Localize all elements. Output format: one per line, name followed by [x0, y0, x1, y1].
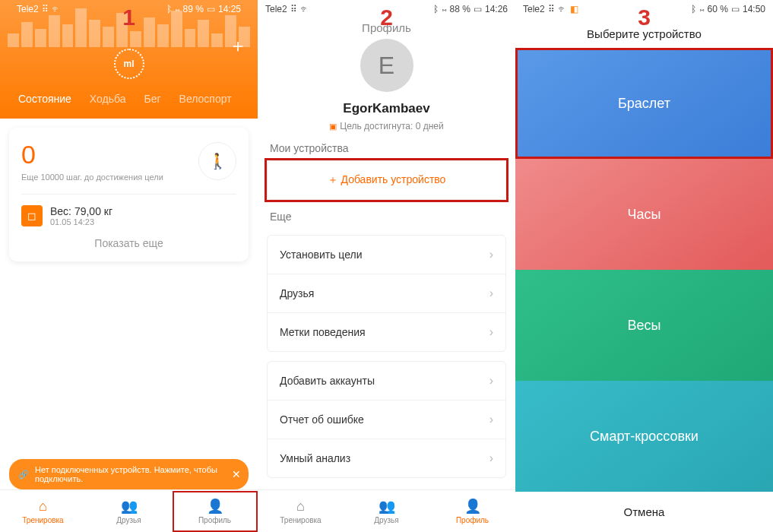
screen-1: 1 Tele2 ⠿ ᯤ ᛒ ⋈ 89 % ▭ 14:25 ＋ ml Состоя…	[0, 0, 258, 532]
device-tiles: Браслет Часы Весы Смарт-кроссовки	[515, 48, 773, 492]
more-label: Еще	[258, 200, 515, 229]
steps-subtext: Еще 10000 шаг. до достижения цели	[21, 173, 163, 182]
profile-icon: 👤	[464, 498, 481, 515]
goal-icon: ▣	[329, 122, 337, 131]
steps-card: 0 Еще 10000 шаг. до достижения цели 🚶 ◻ …	[9, 128, 249, 261]
screen-3: 3 Tele2 ⠿ ᯤ ◧ ᛒ ⋈ 60 % ▭ 14:50 Выберите …	[515, 0, 773, 532]
battery-icon: ▭	[474, 4, 482, 14]
wifi-icon: ᯤ	[300, 4, 309, 14]
home-icon: ⌂	[39, 499, 47, 515]
close-icon[interactable]: ✕	[232, 468, 241, 480]
add-device-label: ＋ Добавить устройство	[328, 173, 446, 185]
show-more-button[interactable]: Показать еще	[21, 237, 236, 249]
tab-cycling[interactable]: Велоспорт	[170, 88, 241, 109]
item-label: Умный анализ	[280, 452, 350, 464]
item-behavior-tags[interactable]: Метки поведения›	[268, 313, 505, 351]
item-add-accounts[interactable]: Добавить аккаунты›	[268, 362, 505, 401]
connect-banner[interactable]: 🔗 Нет подключенных устройств. Нажмите, ч…	[9, 459, 249, 489]
battery-pct: 88 %	[450, 4, 470, 14]
nfc-icon: ᛒ ⋈	[433, 4, 446, 14]
tile-label: Браслет	[618, 96, 670, 112]
card-icon: ◧	[570, 4, 578, 14]
tile-scale[interactable]: Весы	[515, 270, 773, 381]
item-label: Друзья	[280, 287, 314, 299]
item-friends[interactable]: Друзья›	[268, 274, 505, 313]
scale-icon: ◻	[21, 205, 43, 226]
nav-training[interactable]: ⌂ Тренировка	[0, 490, 86, 532]
goal-label: Цель достигнута: 0 дней	[340, 121, 443, 131]
clock: 14:26	[485, 4, 508, 14]
tab-running[interactable]: Бег	[135, 88, 169, 109]
nav-label: Тренировка	[280, 516, 321, 524]
tile-watch[interactable]: Часы	[515, 159, 773, 270]
step-number-3: 3	[638, 5, 651, 30]
signal-icon: ⠿	[548, 4, 555, 14]
friends-icon: 👥	[121, 498, 138, 515]
item-label: Отчет об ошибке	[280, 413, 364, 426]
username: EgorKambaev	[258, 101, 515, 116]
clock: 14:50	[743, 4, 765, 14]
chevron-right-icon: ›	[489, 413, 493, 426]
bottom-nav: ⌂ Тренировка 👥 Друзья 👤 Профиль	[0, 489, 258, 532]
tab-walking[interactable]: Ходьба	[81, 88, 135, 109]
weight-label: Вес: 79,00 кг	[50, 205, 112, 217]
tab-status[interactable]: Состояние	[9, 88, 81, 109]
item-label: Установить цели	[280, 249, 363, 261]
chevron-right-icon: ›	[489, 287, 493, 300]
chevron-right-icon: ›	[489, 325, 493, 339]
nav-profile[interactable]: 👤 Профиль	[429, 490, 515, 532]
step-number-1: 1	[122, 5, 135, 30]
nav-label: Друзья	[116, 516, 141, 524]
nfc-icon: ᛒ ⋈	[691, 4, 704, 14]
carrier: Tele2	[265, 4, 287, 14]
cancel-button[interactable]: Отмена	[515, 492, 773, 532]
carrier: Tele2	[523, 4, 545, 14]
item-label: Метки поведения	[280, 326, 366, 338]
my-devices-label: Мои устройства	[258, 131, 515, 160]
battery-pct: 60 %	[708, 4, 728, 14]
link-icon: 🔗	[18, 470, 29, 480]
chevron-right-icon: ›	[489, 374, 493, 388]
more-list-1: Установить цели› Друзья› Метки поведения…	[267, 235, 506, 352]
chevron-right-icon: ›	[489, 451, 493, 465]
weight-row[interactable]: ◻ Вес: 79,00 кг 01.05 14:23	[21, 194, 236, 226]
nav-profile[interactable]: 👤 Профиль	[172, 490, 258, 532]
tile-label: Часы	[628, 207, 661, 223]
add-device-button[interactable]: ＋ Добавить устройство	[267, 160, 506, 200]
screen-2: 2 Tele2 ⠿ ᯤ ᛒ ⋈ 88 % ▭ 14:26 Профиль E E…	[258, 0, 515, 532]
nav-friends[interactable]: 👥 Друзья	[86, 490, 172, 532]
nav-training[interactable]: ⌂ Тренировка	[258, 490, 344, 532]
weight-date: 01.05 14:23	[50, 217, 112, 226]
home-icon: ⌂	[296, 499, 305, 515]
avatar[interactable]: E	[360, 39, 413, 92]
nav-label: Друзья	[374, 516, 398, 524]
mi-logo: ml	[114, 49, 144, 79]
tile-bracelet[interactable]: Браслет	[515, 48, 773, 159]
banner-text: Нет подключенных устройств. Нажмите, что…	[35, 465, 226, 483]
item-smart-analysis[interactable]: Умный анализ›	[268, 439, 505, 477]
item-bug-report[interactable]: Отчет об ошибке›	[268, 401, 505, 439]
more-list-2: Добавить аккаунты› Отчет об ошибке› Умны…	[267, 361, 506, 478]
steps-value: 0	[21, 140, 163, 169]
profile-icon: 👤	[207, 498, 223, 515]
tile-label: Весы	[628, 318, 661, 334]
nav-label: Профиль	[198, 516, 231, 524]
add-button[interactable]: ＋	[229, 33, 247, 58]
item-set-goals[interactable]: Установить цели›	[268, 236, 505, 274]
nav-label: Тренировка	[22, 516, 63, 524]
tile-label: Смарт-кроссовки	[590, 429, 699, 445]
chevron-right-icon: ›	[489, 248, 493, 261]
wifi-icon: ᯤ	[558, 4, 567, 14]
battery-icon: ▭	[731, 4, 740, 14]
nav-label: Профиль	[456, 516, 489, 524]
tile-sneakers[interactable]: Смарт-кроссовки	[515, 381, 773, 492]
walker-icon: 🚶	[198, 142, 236, 180]
nav-friends[interactable]: 👥 Друзья	[344, 490, 429, 532]
goal-text: ▣ Цель достигнута: 0 дней	[258, 121, 515, 131]
bottom-nav: ⌂ Тренировка 👥 Друзья 👤 Профиль	[258, 489, 515, 532]
step-number-2: 2	[380, 5, 393, 30]
signal-icon: ⠿	[290, 4, 297, 14]
friends-icon: 👥	[379, 498, 395, 515]
item-label: Добавить аккаунты	[280, 375, 375, 387]
activity-tabs: Состояние Ходьба Бег Велоспорт	[9, 88, 249, 109]
